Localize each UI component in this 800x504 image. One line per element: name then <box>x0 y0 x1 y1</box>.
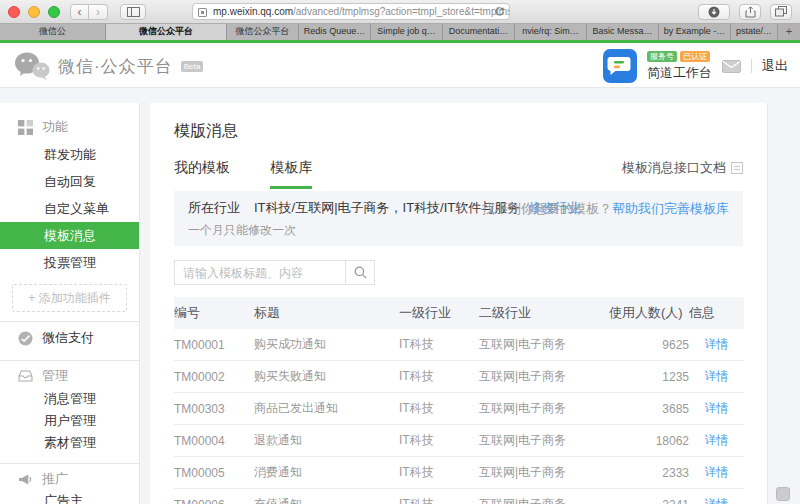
col-header-id: 编号 <box>174 297 254 329</box>
page-title: 模版消息 <box>174 121 743 142</box>
cell-industry1: IT科技 <box>399 425 479 457</box>
cell-title: 商品已发出通知 <box>254 393 399 425</box>
tab-my-templates[interactable]: 我的模板 <box>174 159 230 186</box>
browser-tab[interactable]: 微信公众平台 <box>227 24 299 40</box>
browser-toolbar: ‹ › mp.weixin.qq.com/advanced/tmplmsg?ac… <box>0 0 800 24</box>
sidebar-item-message-manage[interactable]: 消息管理 <box>0 388 139 410</box>
logout-link[interactable]: 退出 <box>762 57 788 75</box>
browser-tab-strip: 微信公 微信公众平台 微信公众平台 Redis Queue… Simple jo… <box>0 24 800 40</box>
add-plugin-button[interactable]: + 添加功能插件 <box>12 284 127 312</box>
wechat-logo-icon <box>14 51 50 81</box>
browser-tab[interactable]: Redis Queue… <box>299 24 371 40</box>
account-badges: 服务号 已认证 <box>647 51 712 62</box>
browser-tab-active[interactable]: 微信公众平台 <box>106 24 227 40</box>
downloads-button[interactable] <box>698 4 730 20</box>
account-avatar[interactable] <box>603 49 637 83</box>
brand: 微信·公众平台 Beta <box>14 51 203 81</box>
sidebar-item-mass-send[interactable]: 群发功能 <box>0 141 139 168</box>
new-tab-button[interactable]: + <box>778 24 800 40</box>
browser-tab[interactable]: pstate/… <box>731 24 778 40</box>
sidebar-toggle-button[interactable] <box>120 4 146 20</box>
detail-link[interactable]: 详情 <box>705 369 729 383</box>
table-row: TM00001购买成功通知IT科技互联网|电子商务9625详情 <box>174 329 744 361</box>
cell-industry1: IT科技 <box>399 393 479 425</box>
help-line: 找不到你想要的模板？帮助我们完善模板库 <box>482 200 729 218</box>
divider <box>0 360 139 361</box>
cell-id: TM00005 <box>174 457 254 489</box>
cell-industry1: IT科技 <box>399 329 479 361</box>
search-icon <box>354 266 367 279</box>
cell-users: 1235 <box>609 361 689 393</box>
search-button[interactable] <box>346 260 375 285</box>
beta-badge: Beta <box>181 61 203 72</box>
scrollbar-thumb[interactable] <box>776 487 790 501</box>
detail-link[interactable]: 详情 <box>705 337 729 351</box>
api-doc-link[interactable]: 模板消息接口文档 <box>622 159 743 177</box>
service-account-badge: 服务号 <box>647 51 677 62</box>
improve-library-link[interactable]: 帮助我们完善模板库 <box>612 201 729 216</box>
browser-tab[interactable]: Basic Messa… <box>587 24 659 40</box>
detail-link[interactable]: 详情 <box>705 465 729 479</box>
sidebar-item-advertiser[interactable]: 广告主 <box>0 491 139 504</box>
industry-value: IT科技/互联网|电子商务，IT科技/IT软件与服务 <box>254 200 520 215</box>
nav-buttons: ‹ › <box>70 4 108 20</box>
col-header-info: 信息 <box>689 297 744 329</box>
template-table: 编号 标题 一级行业 二级行业 使用人数(人) 信息 TM00001购买成功通知… <box>174 297 744 504</box>
sidebar-item-custom-menu[interactable]: 自定义菜单 <box>0 195 139 222</box>
cell-title: 退款通知 <box>254 425 399 457</box>
sidebar-section-label: 功能 <box>42 118 68 136</box>
tab-overview-button[interactable] <box>770 4 792 20</box>
detail-link[interactable]: 详情 <box>705 401 729 415</box>
sidebar-section-label: 管理 <box>42 367 68 385</box>
main-content: 模版消息 我的模板 模板库 模板消息接口文档 所在行业IT科技/互联网|电子商务… <box>150 103 768 504</box>
sidebar-item-template-message[interactable]: 模板消息 <box>0 222 139 249</box>
col-header-title: 标题 <box>254 297 399 329</box>
col-header-users: 使用人数(人) <box>609 297 689 329</box>
close-window-button[interactable] <box>8 6 20 18</box>
sidebar-item-material-manage[interactable]: 素材管理 <box>0 432 139 454</box>
forward-button[interactable]: › <box>89 4 108 20</box>
cell-users: 18062 <box>609 425 689 457</box>
browser-tab[interactable]: by Example -… <box>659 24 731 40</box>
wechat-pay-icon <box>18 331 33 346</box>
cell-industry2: 互联网|电子商务 <box>479 393 609 425</box>
mail-icon[interactable] <box>722 60 741 73</box>
search-input[interactable] <box>174 260 346 285</box>
minimize-window-button[interactable] <box>28 6 40 18</box>
address-bar[interactable]: mp.weixin.qq.com/advanced/tmplmsg?action… <box>192 3 510 20</box>
sidebar-item-user-manage[interactable]: 用户管理 <box>0 410 139 432</box>
page-header: 微信·公众平台 Beta 服务号 已认证 简道工作台 退出 <box>0 43 800 88</box>
table-row: TM00006充值通知IT科技互联网|电子商务2241详情 <box>174 489 744 504</box>
detail-link[interactable]: 详情 <box>705 433 729 447</box>
help-text: 找不到你想要的模板？ <box>482 201 612 216</box>
sidebar-item-label: 微信支付 <box>42 329 94 347</box>
cell-title: 购买成功通知 <box>254 329 399 361</box>
sidebar-section-features: 功能 <box>0 113 139 141</box>
reload-button[interactable] <box>494 6 505 18</box>
cell-id: TM00002 <box>174 361 254 393</box>
cell-id: TM00004 <box>174 425 254 457</box>
zoom-window-button[interactable] <box>48 6 60 18</box>
sidebar-pane-icon <box>127 7 140 17</box>
table-row: TM00002购买失败通知IT科技互联网|电子商务1235详情 <box>174 361 744 393</box>
toolbar-right-buttons <box>698 4 792 20</box>
tab-template-library[interactable]: 模板库 <box>270 159 312 189</box>
tab-overview-icon <box>775 6 787 17</box>
search-area <box>174 260 743 285</box>
sidebar-item-vote-manage[interactable]: 投票管理 <box>0 249 139 276</box>
share-button[interactable] <box>739 4 761 20</box>
sidebar-item-auto-reply[interactable]: 自动回复 <box>0 168 139 195</box>
browser-tab[interactable]: nvie/rq: Sim… <box>515 24 587 40</box>
browser-tab[interactable]: Documentati… <box>443 24 515 40</box>
sidebar: 功能 群发功能 自动回复 自定义菜单 模板消息 投票管理 + 添加功能插件 微信… <box>0 103 140 504</box>
detail-link[interactable]: 详情 <box>705 497 729 504</box>
sidebar-item-wechat-pay[interactable]: 微信支付 <box>0 325 139 351</box>
cell-users: 9625 <box>609 329 689 361</box>
browser-tab[interactable]: Simple job q… <box>371 24 443 40</box>
browser-tab[interactable]: 微信公 <box>0 24 106 40</box>
col-header-industry1: 一级行业 <box>399 297 479 329</box>
cell-industry1: IT科技 <box>399 361 479 393</box>
back-button[interactable]: ‹ <box>70 4 89 20</box>
reload-icon <box>494 6 505 18</box>
cell-users: 2333 <box>609 457 689 489</box>
